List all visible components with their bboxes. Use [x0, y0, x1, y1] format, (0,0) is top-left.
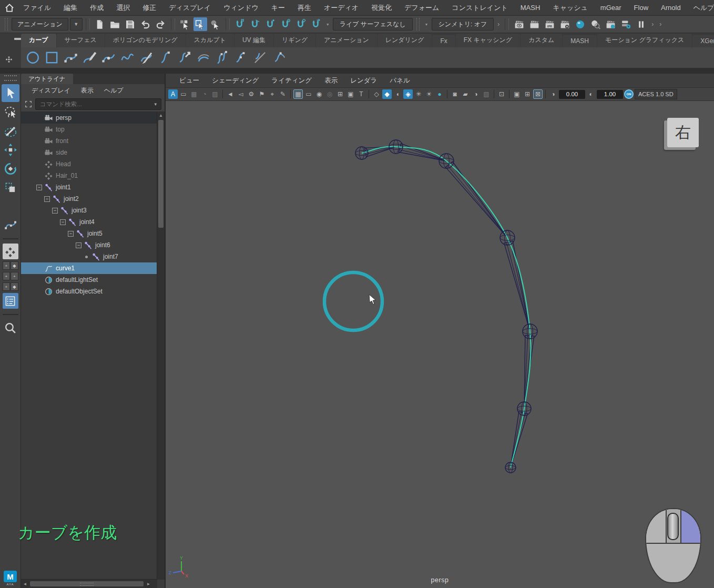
shelf-tab[interactable]: サーフェス — [57, 34, 105, 47]
shelf-tab[interactable]: リギング — [274, 34, 315, 47]
layout-pair-c-button[interactable]: +◆ — [3, 282, 18, 291]
hypershade-button[interactable] — [573, 17, 587, 31]
outliner-item[interactable]: front — [21, 135, 157, 147]
layout-pair-a-button[interactable]: +◆ — [3, 261, 18, 270]
depth-of-field-icon[interactable]: ◑ — [471, 89, 481, 99]
menuset-select[interactable]: アニメーション — [12, 18, 68, 31]
shelf-tab[interactable]: スカルプト — [186, 34, 234, 47]
collapse-arrow-icon[interactable]: › — [657, 21, 664, 28]
shadows-toggle-icon[interactable]: ● — [435, 89, 444, 99]
mini-dropdown[interactable]: ▾ — [324, 22, 331, 27]
viewport-canvas[interactable]: 右 YZX persp — [166, 100, 714, 588]
panel-editor-icon[interactable]: ⊞ — [523, 89, 532, 99]
render-setup-button[interactable] — [604, 17, 617, 31]
layout-outliner-persp-button[interactable] — [3, 293, 18, 309]
redo-button-button[interactable] — [154, 17, 168, 31]
undo-button-button[interactable] — [139, 17, 152, 31]
menu-item[interactable]: 再生 — [291, 0, 318, 16]
film-gate-icon[interactable]: ▭ — [304, 89, 313, 99]
anti-aliasing-icon[interactable]: ▧ — [482, 89, 491, 99]
mini-dropdown[interactable]: ▾ — [423, 22, 430, 27]
menu-item[interactable]: MASH — [514, 0, 547, 16]
menu-item[interactable]: 視覚化 — [365, 0, 398, 16]
grease-pencil-frame-icon[interactable]: ▭ — [179, 89, 188, 99]
wireframe-mode-icon[interactable]: ◇ — [372, 89, 381, 99]
menu-item[interactable]: ファイル — [17, 0, 57, 16]
select-tool-button[interactable] — [2, 84, 19, 102]
grip-handle[interactable] — [416, 18, 420, 31]
render-current-frame-button[interactable] — [527, 17, 541, 31]
outliner-item[interactable]: joint7 — [21, 251, 157, 262]
menu-item[interactable]: ウィンドウ — [217, 0, 265, 16]
node-editor-button[interactable] — [619, 17, 633, 31]
expand-toggle[interactable]: − — [52, 208, 58, 214]
outliner-item[interactable]: defaultLightSet — [21, 274, 157, 286]
save-scene-button-button[interactable] — [124, 17, 137, 31]
make-live-button[interactable] — [309, 17, 323, 31]
shelf-tab[interactable]: レンダリング — [378, 34, 432, 47]
scale-tool-button[interactable] — [2, 179, 19, 197]
all-lights-mode-icon[interactable]: ◈ — [403, 89, 413, 99]
outliner-tab[interactable]: アウトライナ — [21, 74, 73, 84]
outliner-item[interactable]: top — [21, 124, 157, 135]
shelf-tab[interactable]: XGen — [692, 35, 714, 47]
grease-pencil-draw-icon[interactable]: ✎ — [278, 89, 288, 99]
camera-attributes-icon[interactable]: ⚙ — [247, 89, 256, 99]
viewport-menu-item[interactable]: シェーディング — [206, 76, 265, 85]
expand-toggle[interactable]: − — [60, 219, 66, 225]
gamma-value[interactable]: 1.00 — [597, 90, 623, 99]
scrollbar-thumb[interactable] — [30, 581, 144, 586]
field-chart-icon[interactable]: ⊞ — [335, 89, 345, 99]
outliner-item[interactable]: −joint5 — [21, 228, 157, 239]
menu-item[interactable]: ヘルプ — [687, 0, 714, 16]
chevron-down-icon[interactable]: ▾ — [154, 102, 158, 107]
layout-single-pane-button[interactable] — [3, 244, 18, 259]
shelf-tab[interactable]: FX キャッシング — [456, 34, 520, 47]
outliner-item[interactable]: persp — [21, 112, 157, 124]
screen-space-ao-icon[interactable]: ◙ — [450, 89, 460, 99]
shaded-mode-icon[interactable]: ◆ — [382, 89, 392, 99]
menu-item[interactable]: 作成 — [84, 0, 110, 16]
pan-zoom-2d-icon[interactable]: ⌖ — [268, 89, 277, 99]
viewport-menu-item[interactable]: ビュー — [173, 76, 206, 85]
live-surface-field[interactable]: ライブ サーフェスなし — [333, 18, 413, 31]
menuset-dropdown[interactable]: ▼ — [70, 18, 83, 31]
snap-to-grid-button[interactable] — [233, 17, 247, 31]
outliner-item[interactable]: −joint2 — [21, 193, 157, 205]
attach-curves-button[interactable] — [157, 49, 174, 66]
nurbs-square-button[interactable] — [43, 49, 60, 66]
menu-item[interactable]: キー — [265, 0, 291, 16]
outliner-vertical-scrollbar[interactable]: ▲ — [157, 112, 165, 580]
cv-curve-tool-button[interactable] — [62, 49, 79, 66]
expand-toggle[interactable]: − — [36, 185, 42, 190]
select-object-mode-button[interactable] — [193, 17, 207, 31]
menu-item[interactable]: 編集 — [57, 0, 84, 16]
color-management-toggle[interactable]: ON — [624, 89, 634, 99]
nurbs-circle-button[interactable] — [24, 49, 42, 66]
shelf-tab[interactable]: アニメーション — [316, 34, 377, 47]
render-settings-button[interactable] — [558, 17, 572, 31]
symmetry-field[interactable]: シンメトリ: オフ — [432, 18, 494, 31]
outliner-item[interactable]: −joint4 — [21, 216, 157, 228]
ipr-render-button[interactable]: IPR — [543, 17, 556, 31]
safe-action-icon[interactable]: ▣ — [346, 89, 355, 99]
outliner-menu-item[interactable]: ディスプレイ — [26, 86, 76, 95]
extend-curve-button[interactable] — [176, 49, 193, 66]
lookdev-view-button[interactable] — [588, 17, 602, 31]
camera-mask-c-icon[interactable]: ▨ — [210, 89, 220, 99]
select-camera-icon[interactable]: ◄ — [226, 89, 235, 99]
shelf-tab[interactable]: ポリゴンのモデリング — [105, 34, 186, 47]
shelf-minimize-icon[interactable] — [14, 38, 21, 40]
viewport-menu-item[interactable]: 表示 — [318, 76, 344, 85]
viewport-select-icon[interactable]: ⊡ — [497, 89, 506, 99]
cut-curve-button[interactable] — [138, 49, 155, 66]
outliner-menu-item[interactable]: 表示 — [76, 86, 99, 95]
command-search-input[interactable] — [39, 100, 154, 108]
menu-item[interactable]: Flow — [628, 0, 655, 16]
scrollbar-thumb[interactable] — [158, 120, 164, 228]
scroll-right-icon[interactable]: ► — [145, 582, 152, 586]
outliner-item[interactable]: −joint1 — [21, 181, 157, 193]
straighten-curve-button[interactable] — [251, 49, 269, 66]
command-search-box[interactable]: ▾ — [35, 98, 161, 110]
lasso-select-tool-button[interactable] — [2, 103, 19, 121]
